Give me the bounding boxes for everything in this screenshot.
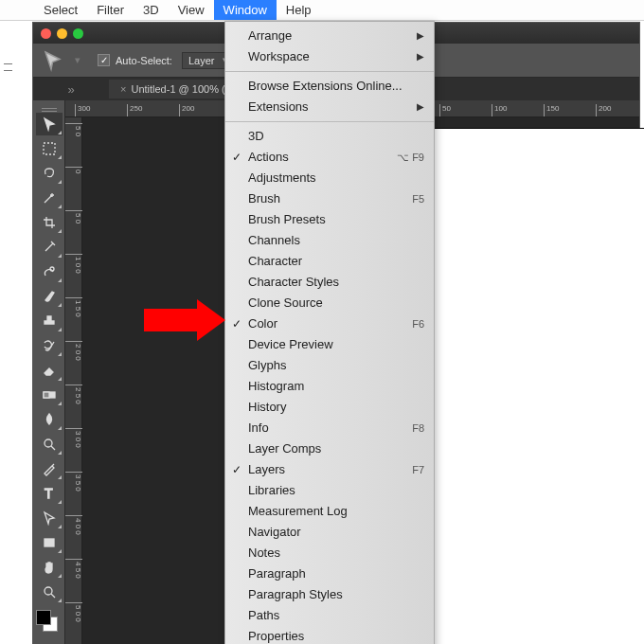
zoom-tool[interactable] [36,581,63,603]
svg-rect-0 [44,143,55,154]
left-dock-handle[interactable] [4,57,12,78]
menu-item-paragraph[interactable]: Paragraph [225,564,434,584]
menubar-item-view[interactable]: View [169,0,214,20]
rect-tool[interactable] [36,531,63,554]
move-tool-preset-icon[interactable] [43,51,65,70]
color-swatches[interactable] [36,610,63,636]
menu-item-label: Layer Comps [248,440,321,457]
move-tool[interactable] [36,113,63,135]
menu-item-label: Character [248,253,302,270]
stamp-tool[interactable] [36,310,63,332]
path-select-tool[interactable] [36,507,63,529]
ruler-tick: 5 0 [65,210,82,224]
blur-tool[interactable] [36,408,63,431]
submenu-arrow-icon: ▶ [417,27,424,45]
ruler-tick: 250 [127,104,142,117]
menu-item-paths[interactable]: Paths [225,605,434,626]
auto-select-label: Auto-Select: [116,55,172,66]
lasso-tool[interactable] [36,162,63,185]
eraser-tool[interactable] [36,359,63,382]
gradient-tool[interactable] [36,384,63,406]
menubar-item-help[interactable]: Help [277,0,321,20]
healing-tool[interactable] [36,260,63,283]
menu-item-label: Measurement Log [248,503,348,520]
check-icon: ✓ [231,318,242,331]
tools-panel: T [33,100,65,644]
hand-tool[interactable] [36,556,63,579]
zoom-window-button[interactable] [73,28,83,39]
menu-item-history[interactable]: History [225,397,434,418]
menu-item-layer-comps[interactable]: Layer Comps [225,438,434,459]
ruler-tick: 100 [492,104,507,117]
auto-select-toggle[interactable]: ✓ Auto-Select: [98,54,172,66]
menu-item-glyphs[interactable]: Glyphs [225,355,434,376]
panel-toggle-handle[interactable]: » [33,78,109,100]
menu-item-paragraph-styles[interactable]: Paragraph Styles [225,584,434,605]
menu-item-brush[interactable]: BrushF5 [225,188,434,209]
ruler-tick: 0 [65,167,82,173]
menu-item-label: History [248,399,286,416]
menu-item-character[interactable]: Character [225,251,434,272]
menubar-item-3d[interactable]: 3D [134,0,169,20]
menu-item-label: Brush Presets [248,211,326,228]
menu-item-label: Channels [248,232,300,249]
menu-item-extensions[interactable]: Extensions▶ [225,97,434,117]
menu-item-notes[interactable]: Notes [225,543,434,564]
menu-item-browse-extensions-online-[interactable]: Browse Extensions Online... [225,76,434,97]
ruler-tick: 1 0 0 [65,254,82,274]
menu-item-label: Extensions [248,98,309,116]
menu-item-channels[interactable]: Channels [225,230,434,251]
menu-item-label: Glyphs [248,357,286,374]
menu-item-device-preview[interactable]: Device Preview [225,334,434,355]
check-icon: ✓ [231,464,242,476]
brush-tool[interactable] [36,285,63,308]
menu-item-brush-presets[interactable]: Brush Presets [225,209,434,230]
menu-item-adjustments[interactable]: Adjustments [225,168,434,188]
menu-item-label: Brush [248,190,280,207]
menu-item-3d[interactable]: 3D [225,126,434,147]
ruler-tick: 3 5 0 [65,472,82,492]
minimize-window-button[interactable] [57,28,67,39]
app-menubar: SelectFilter3DViewWindowHelp [0,0,644,21]
menu-item-label: Info [248,420,269,437]
type-tool[interactable]: T [36,482,63,505]
menu-shortcut: F8 [412,420,424,437]
ruler-tick: 3 0 0 [65,428,82,448]
eyedropper-tool[interactable] [36,236,63,259]
ruler-tick: 2 0 0 [65,341,82,361]
ruler-tick: 200 [179,104,194,117]
marquee-tool[interactable] [36,137,63,160]
menu-item-libraries[interactable]: Libraries [225,480,434,501]
menu-item-character-styles[interactable]: Character Styles [225,272,434,293]
svg-text:T: T [45,486,53,501]
menu-item-info[interactable]: InfoF8 [225,418,434,438]
menu-item-label: Notes [248,545,280,562]
wand-tool[interactable] [36,187,63,209]
check-icon: ✓ [231,152,242,164]
close-tab-icon[interactable]: × [120,83,126,95]
ruler-tick: 150 [544,104,559,117]
dodge-tool[interactable] [36,433,63,456]
menu-item-clone-source[interactable]: Clone Source [225,293,434,313]
close-window-button[interactable] [41,28,51,39]
submenu-arrow-icon: ▶ [417,48,424,65]
history-brush-tool[interactable] [36,334,63,357]
menu-item-properties[interactable]: Properties [225,626,434,644]
menu-item-measurement-log[interactable]: Measurement Log [225,501,434,522]
ruler-tick: 5 0 [65,123,82,136]
menubar-item-select[interactable]: Select [34,0,87,20]
menu-item-actions[interactable]: ✓Actions⌥ F9 [225,147,434,168]
menubar-item-window[interactable]: Window [214,0,277,20]
menubar-item-filter[interactable]: Filter [87,0,134,20]
menu-item-layers[interactable]: ✓LayersF7 [225,459,434,480]
crop-tool[interactable] [36,211,63,234]
menu-item-color[interactable]: ✓ColorF6 [225,313,434,334]
menu-item-label: Layers [248,461,285,478]
pen-tool[interactable] [36,457,63,480]
menu-item-navigator[interactable]: Navigator [225,522,434,543]
menu-item-label: Arrange [248,27,292,45]
menu-item-arrange[interactable]: Arrange▶ [225,26,434,46]
menu-item-label: Paragraph Styles [248,586,343,603]
menu-item-histogram[interactable]: Histogram [225,376,434,397]
menu-item-workspace[interactable]: Workspace▶ [225,46,434,67]
